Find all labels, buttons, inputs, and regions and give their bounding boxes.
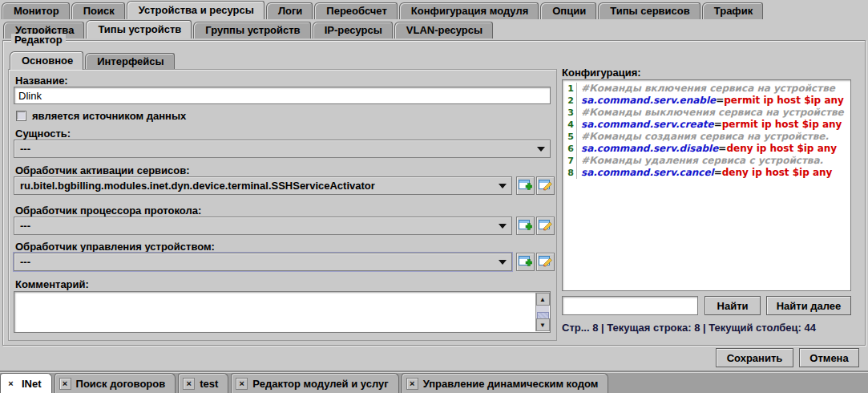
config-line-5: 5#Команды создания сервиса на устройстве… [563, 131, 850, 143]
editor-tab-интерфейсы[interactable]: Интерфейсы [85, 53, 175, 70]
open-tabs-bar: ×INet×Поиск договоров×test×Редактор моду… [0, 371, 868, 393]
name-input[interactable] [14, 87, 551, 104]
close-icon[interactable]: × [183, 378, 195, 390]
manager-label: Обработчик управления устройством: [15, 241, 215, 253]
line-number: 5 [563, 131, 577, 143]
open-tab-поиск-договоров[interactable]: ×Поиск договоров [55, 373, 176, 393]
manager-edit-button[interactable] [536, 253, 555, 271]
close-icon[interactable]: × [236, 378, 248, 390]
tab-устройства-и-ресурсы[interactable]: Устройства и ресурсы [127, 1, 264, 19]
config-key: sa.command.serv.enable [581, 95, 716, 107]
config-equals: = [716, 95, 724, 107]
config-line-3: 3#Команды выключения сервиса на устройст… [563, 107, 850, 119]
line-number: 3 [563, 107, 577, 119]
cancel-button[interactable]: Отмена [799, 348, 859, 367]
config-line-6: 6sa.command.serv.disable=deny ip host $i… [563, 143, 850, 155]
open-tab-label: test [200, 378, 218, 390]
config-comment: #Команды выключения сервиса на устройств… [581, 107, 844, 119]
config-line-7: 7#Команды удаления сервиса с устройства. [563, 155, 850, 167]
datasource-checkbox-label: является источником данных [32, 110, 186, 122]
open-tab-управление-динамическим-кодом[interactable]: ×Управление динамическим кодом [402, 373, 609, 393]
tab-поиск[interactable]: Поиск [71, 2, 125, 19]
window-add-icon [519, 256, 532, 268]
line-number: 8 [563, 167, 577, 179]
editor-group-title: Редактор [11, 34, 66, 46]
config-comment: #Команды создания сервиса на устройстве. [581, 131, 829, 143]
entity-combobox[interactable]: --- [14, 140, 551, 158]
open-tab-label: Управление динамическим кодом [423, 378, 599, 390]
save-button[interactable]: Сохранить [716, 348, 793, 367]
close-icon[interactable]: × [406, 378, 418, 390]
tab-монитор[interactable]: Монитор [2, 2, 70, 19]
protocol-edit-button[interactable] [536, 217, 555, 235]
window-add-icon [519, 220, 532, 232]
editor-groupbox: Редактор ОсновноеИнтерфейсы Название: яв… [2, 40, 866, 346]
activator-combobox-value: ru.bitel.bgbilling.modules.inet.dyn.devi… [20, 180, 375, 192]
close-icon[interactable]: × [5, 378, 17, 390]
window-edit-icon [539, 256, 552, 268]
resource-tab-bar: УстройстваТипы устройствГруппы устройств… [3, 20, 495, 38]
editor-form-panel: Название: является источником данных Сущ… [8, 69, 557, 341]
tab-группы-устройств[interactable]: Группы устройств [193, 22, 310, 38]
config-line-4: 4sa.command.serv.create=permit ip host $… [563, 119, 850, 131]
comment-scrollbar[interactable]: ▲ ▼ [535, 293, 549, 331]
protocol-add-button[interactable] [516, 217, 535, 235]
open-tab-редактор-модулей-и-услуг[interactable]: ×Редактор модулей и услуг [231, 373, 398, 393]
manager-combobox[interactable]: --- [14, 253, 512, 271]
tab-vlan-ресурсы[interactable]: VLAN-ресурсы [394, 22, 493, 38]
tab-переобсчет[interactable]: Переобсчет [314, 2, 397, 19]
activator-edit-button[interactable] [536, 176, 555, 195]
window-edit-icon [539, 220, 552, 232]
close-icon[interactable]: × [59, 378, 71, 390]
app-window: { "top_tabs": { "items": [ {"label": "Мо… [0, 0, 868, 393]
tab-конфигурация-модуля[interactable]: Конфигурация модуля [399, 2, 539, 19]
open-tab-test[interactable]: ×test [178, 373, 228, 393]
line-number: 7 [563, 155, 577, 167]
config-key: sa.command.serv.disable [581, 143, 718, 155]
activator-label: Обработчик активации сервисов: [15, 164, 190, 176]
tab-логи[interactable]: Логи [266, 2, 313, 19]
open-tab-label: Редактор модулей и услуг [252, 378, 388, 390]
config-line-8: 8sa.command.serv.cancel=deny ip host $ip… [563, 167, 850, 179]
manager-add-button[interactable] [516, 253, 535, 271]
protocol-label: Обработчик процессора протокола: [15, 205, 201, 217]
chevron-down-icon [537, 147, 545, 152]
comment-textarea[interactable]: ▲ ▼ [14, 291, 551, 333]
config-search-input[interactable] [562, 296, 698, 315]
chevron-down-icon [499, 224, 507, 229]
datasource-checkbox[interactable] [16, 111, 26, 121]
tab-опции[interactable]: Опции [540, 2, 596, 19]
editor-tab-основное[interactable]: Основное [10, 51, 83, 70]
chevron-down-icon [499, 184, 507, 188]
config-editor[interactable]: 1#Команды включения сервиса на устройств… [562, 79, 851, 291]
config-key: sa.command.serv.create [581, 119, 714, 131]
find-next-button[interactable]: Найти далее [766, 296, 851, 315]
config-equals: = [714, 167, 722, 179]
activator-combobox[interactable]: ru.bitel.bgbilling.modules.inet.dyn.devi… [14, 176, 512, 195]
line-number: 1 [563, 83, 577, 95]
tab-ip-ресурсы[interactable]: IP-ресурсы [313, 22, 393, 38]
config-value: permit ip host $ip any [724, 95, 844, 107]
open-tab-inet[interactable]: ×INet [0, 373, 52, 393]
scroll-down-icon[interactable]: ▼ [536, 318, 550, 331]
config-equals: = [714, 119, 722, 131]
line-number: 2 [563, 95, 577, 107]
comment-label: Комментарий: [15, 278, 89, 290]
tab-типы-устройств[interactable]: Типы устройств [86, 20, 192, 38]
tab-трафик[interactable]: Трафик [702, 2, 764, 19]
manager-combobox-value: --- [20, 256, 30, 268]
config-value: deny ip host $ip any [726, 143, 837, 155]
protocol-combobox[interactable]: --- [14, 217, 512, 235]
config-key: sa.command.serv.cancel [581, 167, 714, 179]
datasource-checkbox-row[interactable]: является источником данных [16, 110, 186, 122]
activator-add-button[interactable] [516, 176, 535, 195]
tab-типы-сервисов[interactable]: Типы сервисов [598, 2, 700, 19]
config-comment: #Команды включения сервиса на устройстве [581, 83, 835, 95]
scroll-up-icon[interactable]: ▲ [536, 293, 550, 306]
open-tab-label: INet [22, 378, 42, 390]
config-value: deny ip host $ip any [722, 167, 833, 179]
editor-tab-bar: ОсновноеИнтерфейсы [10, 51, 176, 70]
config-comment: #Команды удаления сервиса с устройства. [581, 155, 823, 167]
find-button[interactable]: Найти [704, 296, 761, 315]
name-label: Название: [15, 75, 68, 87]
